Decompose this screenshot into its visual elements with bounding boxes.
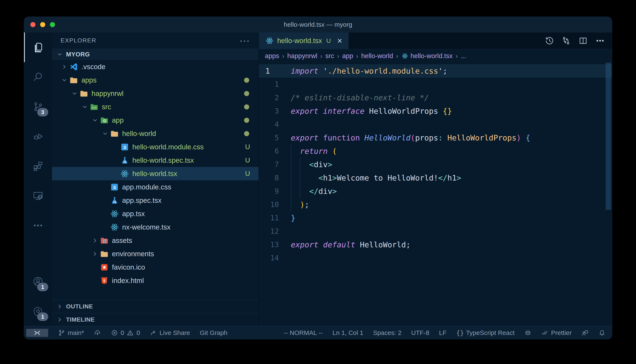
breadcrumb-symbol-tail[interactable]: ... (461, 52, 466, 60)
error-icon (111, 329, 118, 336)
tree-item-happynrwl[interactable]: happynrwl (52, 87, 259, 100)
breadcrumb-happynrwl[interactable]: happynrwl (287, 52, 317, 60)
status-language-mode[interactable]: {}TypeScript React (456, 329, 515, 336)
tab-hello-world-tsx[interactable]: hello-world.tsx U × (259, 32, 349, 49)
breadcrumb-separator: › (356, 52, 358, 60)
tab-bar: hello-world.tsx U × (259, 32, 612, 50)
chevron-right-icon (55, 316, 64, 323)
workspace-root-row[interactable]: MYORG (52, 48, 259, 60)
folder-tan-icon (100, 249, 109, 258)
more-actions-icon[interactable] (595, 36, 605, 46)
tree-item-apps[interactable]: apps (52, 74, 259, 87)
code-line[interactable]: 1 (259, 78, 612, 91)
status-sync[interactable] (94, 329, 101, 336)
status-feedback[interactable] (581, 329, 589, 336)
test-icon: TS (110, 196, 119, 205)
tree-item-label: app.spec.tsx (122, 196, 161, 204)
breadcrumb-apps[interactable]: apps (265, 52, 279, 60)
tree-item-assets[interactable]: assets (52, 234, 259, 247)
tree-item-hello-world.tsx[interactable]: hello-world.tsxU (52, 167, 259, 180)
status-cursor-position[interactable]: Ln 1, Col 1 (332, 329, 363, 336)
tree-item-app.tsx[interactable]: app.tsx (52, 207, 259, 220)
status-indentation[interactable]: Spaces: 2 (373, 329, 401, 336)
tree-item-.vscode[interactable]: .vscode (52, 60, 259, 74)
split-editor-icon[interactable] (578, 36, 588, 46)
activity-source-control[interactable]: 3 (24, 92, 52, 122)
workbench: 311 EXPLORER ··· MYORG .vscodeappshappyn… (24, 32, 612, 326)
activity-extensions[interactable] (24, 151, 52, 181)
status-encoding[interactable]: UTF-8 (411, 329, 429, 336)
tree-item-app.spec.tsx[interactable]: TSapp.spec.tsx (52, 194, 259, 207)
tree-item-environments[interactable]: environments (52, 247, 259, 260)
activity-remote-explorer[interactable] (24, 181, 52, 211)
activity-explorer[interactable] (24, 32, 52, 62)
activity-run-debug[interactable] (24, 122, 52, 151)
breadcrumb-hello-world.tsx[interactable]: hello-world.tsx (401, 52, 453, 60)
status-git-branch[interactable]: main* (58, 329, 84, 336)
activity-settings[interactable]: 1 (24, 296, 52, 326)
status-eol[interactable]: LF (439, 329, 447, 336)
editor-scrollbar[interactable] (606, 62, 611, 210)
status-problems[interactable]: 00 (111, 329, 140, 336)
code-line[interactable]: 13export default HelloWorld; (259, 238, 612, 251)
tree-item-label: hello-world.tsx (132, 170, 177, 178)
tree-item-hello-world.spec.tsx[interactable]: TShello-world.spec.tsxU (52, 154, 259, 167)
open-changes-icon[interactable] (561, 36, 571, 46)
tree-item-hello-world.module.css[interactable]: 3hello-world.module.cssU (52, 140, 259, 154)
chevron-down-icon (55, 51, 64, 58)
status-label: Prettier (551, 329, 572, 336)
tree-item-hello-world[interactable]: hello-world (52, 127, 259, 140)
status-vim-mode[interactable]: -- NORMAL -- (284, 329, 323, 336)
tree-item-nx-welcome.tsx[interactable]: nx-welcome.tsx (52, 220, 259, 234)
chevron-spacer (100, 210, 110, 218)
line-number: 12 (259, 225, 291, 238)
activity-search[interactable] (24, 62, 52, 92)
code-editor[interactable]: 1import './hello-world.module.css';12/* … (259, 62, 612, 326)
code-line[interactable]: 1import './hello-world.module.css'; (259, 64, 612, 78)
live-share-icon (150, 329, 157, 336)
code-line[interactable]: 14 (259, 251, 612, 265)
close-tab-icon[interactable]: × (337, 36, 342, 45)
code-line[interactable]: 4 (259, 118, 612, 131)
code-line[interactable]: 10 ); (259, 198, 612, 211)
status-prettier[interactable]: Prettier (541, 329, 572, 336)
tree-item-app.module.css[interactable]: 3app.module.css (52, 180, 259, 194)
tree-item-index.html[interactable]: 5index.html (52, 274, 259, 287)
folder-src-icon: </> (89, 102, 99, 112)
status-label: UTF-8 (411, 329, 429, 336)
section-outline[interactable]: OUTLINE (52, 300, 259, 313)
code-line[interactable]: 5export function HelloWorld(props: Hello… (259, 131, 612, 144)
tree-item-label: app.tsx (122, 210, 145, 218)
code-line[interactable]: 6 return ( (259, 144, 612, 158)
folder-app-icon (100, 116, 109, 125)
status-live-share[interactable]: Live Share (150, 329, 190, 336)
activity-accounts[interactable]: 1 (24, 267, 52, 296)
tree-item-label: app.module.css (122, 183, 171, 191)
folder-tan-icon (110, 129, 119, 138)
tree-item-src[interactable]: </>src (52, 100, 259, 114)
explorer-icon (33, 42, 44, 53)
chevron-spacer (111, 157, 120, 164)
status-git-graph[interactable]: Git Graph (200, 329, 228, 336)
status-copilot[interactable] (524, 329, 531, 336)
code-line[interactable]: 11} (259, 211, 612, 225)
html-icon: 5 (100, 276, 109, 285)
code-line[interactable]: 9 </div> (259, 184, 612, 198)
breadcrumb-hello-world[interactable]: hello-world (361, 52, 393, 60)
history-icon[interactable] (544, 36, 554, 46)
extensions-icon (33, 160, 44, 172)
status-remote-indicator[interactable] (26, 329, 48, 337)
tree-item-app[interactable]: app (52, 114, 259, 127)
tree-item-favicon.ico[interactable]: favicon.ico (52, 260, 259, 274)
code-line[interactable]: 8 <h1>Welcome to HelloWorld!</h1> (259, 171, 612, 184)
breadcrumb-src[interactable]: src (325, 52, 334, 60)
section-timeline[interactable]: TIMELINE (52, 313, 259, 326)
status-notifications[interactable] (598, 329, 606, 336)
code-line[interactable]: 3export interface HelloWorldProps {} (259, 104, 612, 118)
activity-more-views[interactable] (24, 211, 52, 240)
code-line[interactable]: 12 (259, 225, 612, 238)
code-line[interactable]: 2/* eslint-disable-next-line */ (259, 91, 612, 104)
breadcrumb-app[interactable]: app (342, 52, 353, 60)
activity-badge: 3 (37, 108, 48, 116)
code-line[interactable]: 7 <div> (259, 158, 612, 171)
